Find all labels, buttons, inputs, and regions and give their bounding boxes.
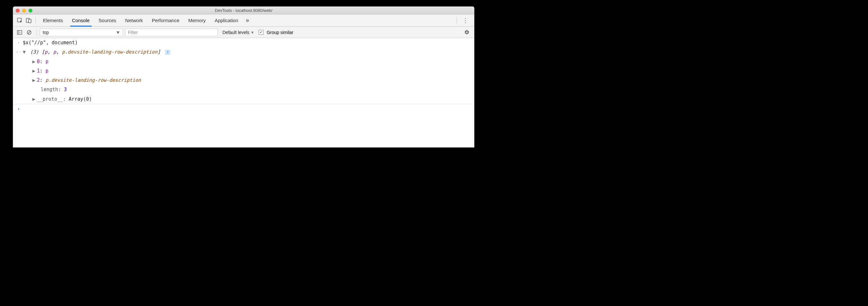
console-toolbar: top ▼ Filter Default levels ▼ ✓ Group si…: [13, 27, 474, 38]
info-icon[interactable]: i: [165, 50, 170, 55]
execution-context-select[interactable]: top ▼: [40, 29, 123, 36]
titlebar: DevTools - localhost:8080/web/: [13, 7, 474, 15]
entry-label[interactable]: p: [45, 59, 49, 64]
result-entry-row[interactable]: ▶0: p: [13, 57, 474, 66]
log-levels-select[interactable]: Default levels ▼: [222, 30, 254, 35]
proto-value: Array(0): [69, 96, 92, 102]
inspect-element-icon[interactable]: [16, 16, 24, 25]
device-toolbar-icon[interactable]: [25, 16, 33, 25]
tab-sources[interactable]: Sources: [94, 15, 121, 26]
devtools-menu-button[interactable]: ⋮: [459, 17, 471, 24]
log-levels-label: Default levels: [222, 30, 249, 35]
result-entry-row[interactable]: ▶2: p.devsite-landing-row-description: [13, 76, 474, 85]
clear-console-icon[interactable]: [25, 29, 33, 36]
console-settings-icon[interactable]: [462, 29, 471, 35]
context-select-value: top: [43, 30, 49, 35]
proto-key: __proto__: [37, 96, 63, 102]
entry-index: 0: [37, 59, 40, 64]
input-prompt-icon: ›: [16, 106, 22, 112]
filter-placeholder: Filter: [128, 30, 138, 35]
disclosure-triangle-icon[interactable]: ▶: [32, 77, 37, 84]
console-output-row: ‹· ▼ (3) [p, p, p.devsite-landing-row-de…: [13, 48, 474, 57]
disclosure-triangle-icon[interactable]: ▶: [32, 67, 37, 75]
summary-item[interactable]: p: [44, 49, 48, 55]
svg-rect-2: [29, 19, 31, 23]
length-key: length: [41, 87, 58, 92]
result-length-row: length: 3: [13, 85, 474, 94]
more-tabs-button[interactable]: »: [243, 17, 252, 24]
disclosure-triangle-icon[interactable]: ▶: [32, 95, 37, 103]
group-similar-checkbox[interactable]: ✓: [259, 30, 264, 35]
tabbar-divider: [36, 17, 36, 24]
console-prompt-row[interactable]: ›: [13, 104, 474, 114]
panel-tabbar: ElementsConsoleSourcesNetworkPerformance…: [13, 15, 474, 27]
entry-index: 1: [37, 68, 40, 74]
group-similar-label: Group similar: [267, 30, 293, 35]
input-prompt-icon: ›: [16, 39, 22, 47]
summary-item[interactable]: p: [53, 49, 56, 55]
chevron-down-icon: ▼: [251, 30, 254, 34]
output-icon: ‹·: [16, 49, 22, 56]
svg-line-6: [28, 31, 30, 34]
entry-index: 2: [37, 77, 40, 83]
summary-count: (3): [30, 49, 39, 55]
tab-network[interactable]: Network: [121, 15, 148, 26]
toggle-console-sidebar-icon[interactable]: [16, 29, 23, 36]
summary-item[interactable]: p.devsite-landing-row-description: [62, 49, 157, 55]
window-title: DevTools - localhost:8080/web/: [13, 8, 474, 13]
length-value: 3: [64, 87, 67, 92]
disclosure-triangle-icon[interactable]: ▶: [32, 58, 37, 65]
result-entry-row[interactable]: ▶1: p: [13, 66, 474, 76]
tab-application[interactable]: Application: [210, 15, 243, 26]
toolbar-separator: [36, 29, 36, 36]
tab-elements[interactable]: Elements: [38, 15, 68, 26]
devtools-window: DevTools - localhost:8080/web/ ElementsC…: [13, 6, 474, 147]
result-proto-row[interactable]: ▶__proto__: Array(0): [13, 94, 474, 104]
disclosure-triangle-icon[interactable]: ▼: [23, 49, 27, 56]
entry-label[interactable]: p: [45, 68, 49, 74]
tab-performance[interactable]: Performance: [148, 15, 184, 26]
console-body[interactable]: › $x("//p", document) ‹· ▼ (3) [p, p, p.…: [13, 38, 474, 147]
chevron-down-icon: ▼: [116, 30, 120, 35]
result-summary[interactable]: ▼ (3) [p, p, p.devsite-landing-row-descr…: [22, 49, 170, 56]
tab-console[interactable]: Console: [68, 15, 94, 26]
tab-memory[interactable]: Memory: [184, 15, 210, 26]
console-input-text: $x("//p", document): [22, 39, 78, 47]
entry-label[interactable]: p.devsite-landing-row-description: [45, 77, 141, 83]
console-input-row: › $x("//p", document): [13, 38, 474, 48]
filter-input[interactable]: Filter: [125, 29, 218, 36]
tabbar-divider: [457, 17, 457, 24]
